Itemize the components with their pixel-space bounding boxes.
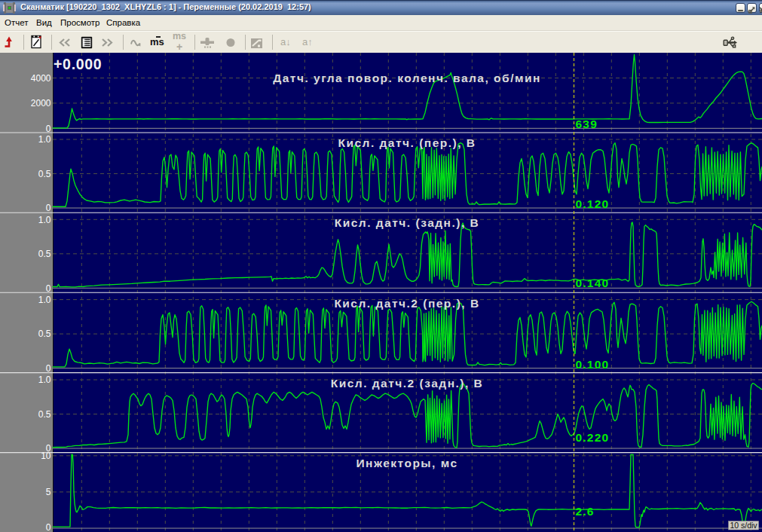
svg-text:0.140: 0.140 xyxy=(576,277,610,289)
svg-text:10: 10 xyxy=(41,451,51,461)
svg-text:2000: 2000 xyxy=(31,98,51,109)
svg-text:0.5: 0.5 xyxy=(38,409,51,420)
svg-text:0: 0 xyxy=(46,283,51,294)
svg-text:0.5: 0.5 xyxy=(38,249,51,259)
svg-text:1.0: 1.0 xyxy=(38,375,51,385)
svg-text:1.0: 1.0 xyxy=(38,134,51,145)
svg-text:Кисл. датч.2 (задн.), В: Кисл. датч.2 (задн.), В xyxy=(331,377,484,390)
svg-text:2.6: 2.6 xyxy=(576,505,595,518)
svg-text:0.5: 0.5 xyxy=(38,169,51,179)
svg-text:0.120: 0.120 xyxy=(576,197,610,210)
svg-text:10 s/div: 10 s/div xyxy=(730,521,757,530)
svg-text:Кисл. датч. (пер.), В: Кисл. датч. (пер.), В xyxy=(338,136,476,149)
svg-text:+0.000: +0.000 xyxy=(54,56,102,72)
svg-text:4000: 4000 xyxy=(31,73,51,84)
svg-text:1.0: 1.0 xyxy=(38,215,51,225)
svg-text:0: 0 xyxy=(46,203,51,213)
svg-text:Кисл. датч.2 (пер.), В: Кисл. датч.2 (пер.), В xyxy=(334,297,479,310)
svg-text:0: 0 xyxy=(46,124,51,134)
svg-text:0.220: 0.220 xyxy=(576,431,610,444)
svg-text:1.0: 1.0 xyxy=(38,295,51,305)
svg-text:Инжекторы, мс: Инжекторы, мс xyxy=(356,457,458,469)
svg-text:Датч. угла повор. коленч. вала: Датч. угла повор. коленч. вала, об/мин xyxy=(273,72,541,84)
svg-text:639: 639 xyxy=(576,118,598,130)
svg-text:0: 0 xyxy=(46,522,51,532)
svg-text:0.5: 0.5 xyxy=(38,329,51,339)
svg-text:0.100: 0.100 xyxy=(576,358,610,371)
svg-text:5: 5 xyxy=(46,487,51,497)
svg-text:0: 0 xyxy=(46,363,51,374)
svg-text:Кисл. датч. (задн.), В: Кисл. датч. (задн.), В xyxy=(335,216,480,229)
